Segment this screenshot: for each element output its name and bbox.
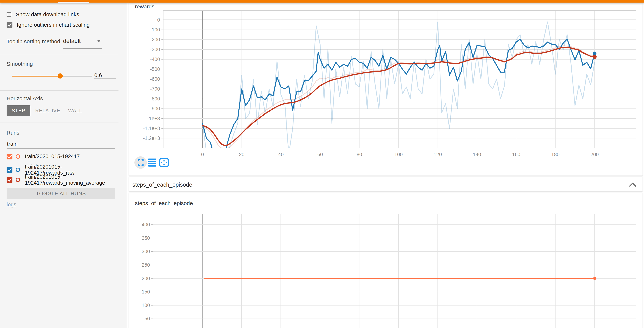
expand-icon[interactable] [134,156,147,169]
svg-text:250: 250 [142,262,150,268]
rewards-chart[interactable]: 0204060801001201401601802000-100-200-300… [129,3,642,175]
svg-text:80: 80 [356,152,362,157]
axis-wall-button[interactable]: WALL [65,105,85,116]
chevron-down-icon [97,40,101,42]
run-row[interactable]: train/20201015-192417 [6,154,80,160]
svg-text:-400: -400 [150,57,160,62]
svg-text:-900: -900 [150,106,160,111]
run-row[interactable]: train/20201015-192417/rewards_moving_ave… [6,174,104,186]
svg-text:-200: -200 [150,37,160,42]
ignore-outliers-row[interactable]: Ignore outliers in chart scaling [6,22,90,28]
svg-text:60: 60 [318,152,323,157]
steps-card: steps_of_each_episode 400350300250200150… [129,193,643,328]
section-header[interactable]: steps_of_each_episode [129,176,643,191]
tooltip-sorting-label: Tooltip sorting method: [6,38,62,45]
run-checkbox-icon[interactable] [6,177,12,183]
svg-text:0: 0 [157,17,160,23]
svg-text:20: 20 [239,152,244,157]
slider-fill [12,76,60,77]
fit-domain-icon[interactable] [160,159,168,166]
svg-text:100: 100 [142,303,150,308]
svg-text:40: 40 [278,152,284,157]
svg-text:-300: -300 [150,47,160,52]
svg-text:120: 120 [434,152,442,157]
svg-text:0: 0 [201,152,204,157]
chevron-up-icon[interactable] [629,182,637,187]
svg-text:140: 140 [473,152,481,157]
run-checkbox-icon[interactable] [6,154,12,160]
active-tab-indicator [58,2,89,2]
svg-text:150: 150 [142,289,150,295]
checkbox-label: Show data download links [16,11,79,17]
tooltip-sorting-select[interactable]: default [63,38,102,44]
steps-chart[interactable]: 40035030025020015010050 [129,193,642,328]
svg-text:200: 200 [142,276,150,281]
settings-sidebar: Show data download links Ignore outliers… [0,2,127,328]
svg-text:50: 50 [144,316,150,322]
logs-footer-label: logs [6,202,16,208]
runs-label: Runs [6,130,20,136]
svg-text:200: 200 [590,152,599,157]
divider [0,123,118,123]
runs-filter-input[interactable] [6,141,115,149]
divider [0,55,118,55]
run-label: train/20201015-192417/rewards_moving_ave… [25,174,104,186]
chart-toolbar [134,156,174,169]
svg-text:-1e+3: -1e+3 [147,116,160,121]
run-isolator-radio-icon[interactable] [16,154,20,159]
rewards-card: rewards 0204060801001201401601802000-100… [129,2,643,176]
toggle-all-runs-button[interactable]: TOGGLE ALL RUNS [6,188,115,199]
select-underline [63,48,102,49]
svg-text:-700: -700 [150,86,160,92]
svg-text:-1.1e+3: -1.1e+3 [143,126,160,131]
svg-text:160: 160 [512,152,520,157]
svg-text:-1.2e+3: -1.2e+3 [143,136,160,141]
svg-text:-800: -800 [150,96,160,102]
svg-text:-500: -500 [150,66,160,72]
axis-step-button[interactable]: STEP [6,105,30,116]
section-title: steps_of_each_episode [132,181,192,188]
run-label: train/20201015-192417 [25,154,80,160]
svg-text:-100: -100 [150,27,160,32]
svg-text:180: 180 [551,152,560,157]
log-scale-icon[interactable] [148,159,156,166]
checkbox-unchecked-icon[interactable] [6,12,11,17]
svg-text:300: 300 [142,249,150,254]
svg-text:350: 350 [142,235,150,241]
run-isolator-radio-icon[interactable] [16,178,20,182]
top-bar [0,0,644,2]
checkbox-label: Ignore outliers in chart scaling [17,22,90,28]
svg-text:400: 400 [142,222,150,227]
divider [0,90,118,91]
axis-relative-button[interactable]: RELATIVE [36,105,60,116]
horizontal-axis-label: Horizontal Axis [6,95,43,102]
smoothing-slider[interactable] [12,76,92,77]
slider-knob[interactable] [58,73,63,79]
smoothing-value-input[interactable] [94,72,116,79]
show-data-download-links-row[interactable]: Show data download links [6,11,79,17]
svg-text:100: 100 [394,152,403,157]
run-checkbox-icon[interactable] [6,167,12,173]
smoothing-label: Smoothing [6,61,33,67]
checkbox-checked-icon[interactable] [6,22,12,28]
svg-text:-600: -600 [150,76,160,82]
tooltip-sorting-value: default [63,38,81,44]
run-isolator-radio-icon[interactable] [16,168,20,172]
